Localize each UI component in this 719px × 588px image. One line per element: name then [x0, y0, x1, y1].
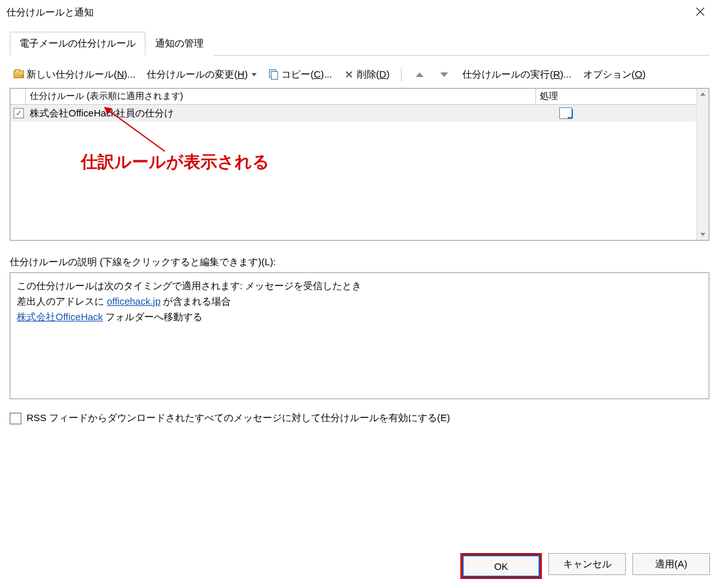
tab-body: ✦ 新しい仕分けルール(N)... 仕分けルールの変更(H) コピー(C)...…: [10, 56, 709, 424]
dialog-footer: OK キャンセル 適用(A): [460, 553, 710, 579]
rule-list-header: 仕分けルール (表示順に適用されます) 処理: [10, 89, 696, 105]
scroll-up-button[interactable]: [698, 89, 709, 100]
tab-manage-alerts[interactable]: 通知の管理: [145, 32, 213, 56]
scroll-down-icon: [700, 233, 705, 236]
copy-icon: [268, 69, 279, 80]
window-title: 仕分けルールと通知: [6, 6, 94, 19]
ok-highlight: OK: [460, 553, 542, 579]
close-icon: [696, 6, 705, 19]
rss-checkbox-label: RSS フィードからダウンロードされたすべてのメッセージに対して仕分けルールを有…: [27, 412, 450, 424]
delete-icon: ✕: [344, 69, 354, 80]
checkbox-checked-icon: ✓: [14, 108, 24, 118]
desc-link-address[interactable]: officehack.jp: [107, 296, 160, 307]
tab-email-rules[interactable]: 電子メールの仕分けルール: [10, 32, 145, 56]
rss-checkbox-row: RSS フィードからダウンロードされたすべてのメッセージに対して仕分けルールを有…: [10, 412, 709, 424]
description-box: この仕分けルールは次のタイミングで適用されます: メッセージを受信したとき 差出…: [10, 272, 709, 399]
header-rule-col[interactable]: 仕分けルール (表示順に適用されます): [26, 89, 536, 104]
desc-line-2: 差出人のアドレスに officehack.jp が含まれる場合: [17, 294, 702, 309]
scroll-down-button[interactable]: [698, 229, 709, 240]
title-bar: 仕分けルールと通知: [0, 0, 719, 25]
desc-line-3: 株式会社OfficeHack フォルダーへ移動する: [17, 309, 702, 325]
description-label: 仕分けルールの説明 (下線をクリックすると編集できます)(L):: [10, 256, 709, 268]
svg-line-2: [108, 110, 165, 151]
dropdown-caret-icon: [252, 73, 257, 76]
folder-new-icon: ✦: [14, 69, 24, 80]
close-button[interactable]: [688, 3, 713, 22]
vertical-scrollbar[interactable]: [696, 89, 709, 240]
ok-button[interactable]: OK: [462, 555, 540, 577]
apply-button[interactable]: 適用(A): [632, 553, 710, 575]
arrow-up-icon: [416, 72, 424, 77]
separator: [401, 67, 402, 82]
scroll-up-icon: [700, 93, 705, 96]
arrow-down-icon: [440, 72, 448, 77]
rule-checkbox-cell[interactable]: ✓: [10, 108, 27, 118]
rss-checkbox[interactable]: [10, 413, 21, 424]
delete-button[interactable]: ✕ 削除(D): [344, 69, 390, 81]
cancel-button[interactable]: キャンセル: [548, 553, 626, 575]
new-rule-button[interactable]: ✦ 新しい仕分けルール(N)...: [14, 69, 135, 81]
header-action-col[interactable]: 処理: [536, 89, 696, 104]
dialog-content: 電子メールの仕分けルール 通知の管理 ✦ 新しい仕分けルール(N)... 仕分け…: [0, 25, 719, 431]
header-checkbox-col: [10, 89, 26, 104]
options-button[interactable]: オプション(O): [583, 69, 646, 81]
desc-link-folder[interactable]: 株式会社OfficeHack: [17, 311, 103, 322]
annotation-arrow-icon: [94, 106, 178, 158]
toolbar: ✦ 新しい仕分けルール(N)... 仕分けルールの変更(H) コピー(C)...…: [10, 67, 709, 88]
move-to-folder-icon: [559, 107, 572, 119]
tab-strip: 電子メールの仕分けルール 通知の管理: [10, 31, 709, 56]
change-rule-button[interactable]: 仕分けルールの変更(H): [147, 69, 257, 81]
run-rules-button[interactable]: 仕分けルールの実行(R)...: [462, 69, 571, 81]
desc-line-1: この仕分けルールは次のタイミングで適用されます: メッセージを受信したとき: [17, 278, 702, 294]
rule-list-wrapper: 仕分けルール (表示順に適用されます) 処理 ✓ 株式会社OfficeHack社…: [10, 88, 709, 241]
move-down-button[interactable]: [438, 72, 451, 77]
copy-button[interactable]: コピー(C)...: [268, 69, 332, 81]
move-up-button[interactable]: [413, 72, 426, 77]
rule-action-cell: [536, 107, 696, 119]
annotation-text: 仕訳ルールが表示される: [81, 151, 270, 173]
